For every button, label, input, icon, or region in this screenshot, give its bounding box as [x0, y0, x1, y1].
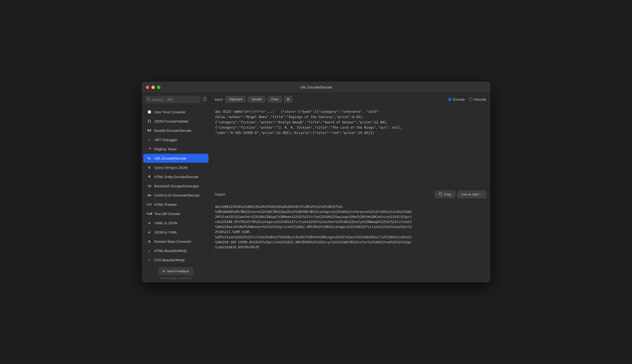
- sidebar-label-backslash: Backslash Escape/Unescape: [154, 184, 199, 188]
- sidebar-icon-html-preview: </>: [147, 202, 152, 207]
- main-panel: Input: Clipboard Sample Clear ⚙ Encode: [210, 93, 490, 282]
- main-content: 🕐Unix Time Converter{}JSON Format/Valida…: [142, 93, 490, 282]
- sidebar-footer: ✉ Send Feedback DevUtils.app 1.9.0 (67D): [142, 265, 210, 282]
- close-button[interactable]: [146, 86, 149, 89]
- clipboard-button[interactable]: Clipboard: [225, 96, 246, 102]
- email-icon: ✉: [162, 269, 165, 273]
- sidebar-icon-unix-time: 🕐: [147, 110, 152, 114]
- clear-button[interactable]: Clear: [268, 96, 282, 102]
- sidebar-item-yaml-json[interactable]: ⇄YAML to JSON: [143, 218, 208, 227]
- decode-option[interactable]: Decode: [469, 97, 486, 101]
- sidebar-icon-url-encode: %/: [147, 156, 152, 161]
- svg-line-1: [149, 100, 150, 101]
- search-wrapper: [145, 96, 201, 103]
- sidebar-icon-html-entity: #: [147, 174, 152, 179]
- sidebar-item-json-format[interactable]: {}JSON Format/Validate: [143, 117, 208, 126]
- sidebar-label-unix-time: Unix Time Converter: [154, 110, 185, 114]
- sidebar-label-url-encode: URL Encode/Decode: [154, 156, 187, 160]
- sidebar-icon-base64: 64: [147, 128, 152, 133]
- encode-radio[interactable]: [448, 97, 452, 101]
- output-section: Output: Copy Use as: [210, 188, 490, 283]
- sidebar-label-jwt: JWT Debugger: [154, 138, 177, 142]
- decode-radio[interactable]: [469, 97, 473, 101]
- sidebar-label-yaml-json: YAML to JSON: [154, 221, 177, 225]
- output-actions: Copy Use as input ↑: [435, 191, 486, 198]
- settings-button[interactable]: ⚙: [284, 96, 292, 103]
- sidebar-label-json-yaml: JSON to YAML: [154, 230, 177, 234]
- copy-label: Copy: [444, 193, 451, 196]
- svg-rect-6: [440, 193, 442, 195]
- sidebar-label-text-diff: Text Diff Checker: [154, 212, 180, 216]
- sidebar-label-base64: Base64 Encode/Decode: [154, 129, 191, 133]
- use-as-input-label: Use as input: [461, 193, 479, 196]
- sidebar-item-regexp[interactable]: .*RegExp Tester: [143, 144, 208, 153]
- sidebar-item-backslash[interactable]: \nBackslash Escape/Unescape: [143, 181, 208, 190]
- sidebar-label-regexp: RegExp Tester: [154, 147, 177, 151]
- sidebar-item-json-yaml[interactable]: ⇄JSON to YAML: [143, 228, 208, 237]
- sidebar-icon-jwt: ✳: [147, 137, 152, 142]
- version-text: DevUtils.app 1.9.0 (67D): [160, 277, 192, 280]
- sidebar-icon-json-format: {}: [147, 119, 152, 124]
- copy-button[interactable]: Copy: [435, 191, 455, 198]
- sidebar-label-html-beautify: HTML Beautify/Minify: [154, 249, 187, 253]
- sidebar-icon-number-base: ⊞: [147, 239, 152, 244]
- filter-icon[interactable]: [203, 97, 207, 102]
- feedback-button[interactable]: ✉ Send Feedback: [159, 268, 193, 275]
- sample-button[interactable]: Sample: [248, 96, 266, 102]
- sidebar-icon-regexp: .*: [147, 147, 152, 151]
- search-input[interactable]: [152, 98, 198, 102]
- sidebar: 🕐Unix Time Converter{}JSON Format/Valida…: [142, 93, 210, 282]
- copy-icon: [439, 192, 442, 197]
- maximize-button[interactable]: [157, 86, 160, 89]
- sidebar-item-html-preview[interactable]: </>HTML Preview: [143, 200, 208, 209]
- encode-decode-group: Encode Decode: [448, 97, 486, 101]
- sidebar-item-html-beautify[interactable]: ✏HTML Beautify/Minify: [143, 246, 208, 255]
- output-toolbar: Output: Copy Use as: [210, 188, 490, 201]
- sidebar-item-text-diff[interactable]: +cdText Diff Checker: [143, 209, 208, 218]
- output-text-area: abc%200123%20%21%40%23%24%25%5E%26%2A%28…: [210, 201, 490, 283]
- feedback-label: Send Feedback: [167, 269, 189, 273]
- input-label: Input:: [215, 97, 223, 101]
- sidebar-label-css-beautify: CSS Beautify/Minify: [154, 258, 185, 262]
- search-icon: [147, 97, 150, 102]
- app-window: URL Encode/Decode: [142, 82, 490, 282]
- sidebar-item-unix-time[interactable]: 🕐Unix Time Converter: [143, 108, 208, 116]
- sidebar-icon-json-yaml: ⇄: [147, 230, 152, 235]
- sidebar-item-query-string[interactable]: &Query String to JSON: [143, 163, 208, 172]
- input-text-area[interactable]: abc 0123 !@#$%^&*()|+?"<>',.;:` {"store"…: [210, 105, 490, 188]
- sidebar-label-query-string: Query String to JSON: [154, 166, 188, 170]
- sidebar-item-jwt[interactable]: ✳JWT Debugger: [143, 135, 208, 144]
- use-as-input-button[interactable]: Use as input ↑: [457, 191, 486, 198]
- sidebar-label-json-format: JSON Format/Validate: [154, 119, 188, 123]
- encode-option[interactable]: Encode: [448, 97, 465, 101]
- encode-label: Encode: [453, 97, 465, 101]
- sidebar-icon-backslash: \n: [147, 184, 152, 188]
- sidebar-label-html-entity: HTML Entity Encode/Decode: [154, 175, 198, 179]
- sidebar-icon-query-string: &: [147, 165, 152, 170]
- search-bar: [142, 93, 210, 106]
- input-section: Input: Clipboard Sample Clear ⚙ Encode: [210, 93, 490, 188]
- sidebar-item-html-entity[interactable]: #HTML Entity Encode/Decode: [143, 172, 208, 181]
- sidebar-item-uuid[interactable]: uuUUID/ULID Generate/Decode: [143, 191, 208, 200]
- decode-label: Decode: [474, 97, 486, 101]
- sidebar-icon-css-beautify: ✏: [147, 258, 152, 262]
- input-toolbar: Input: Clipboard Sample Clear ⚙ Encode: [210, 93, 490, 105]
- sidebar-icon-html-beautify: ✏: [147, 248, 152, 253]
- sidebar-label-html-preview: HTML Preview: [154, 203, 177, 207]
- sidebar-item-url-encode[interactable]: %/URL Encode/Decode: [143, 154, 208, 163]
- gear-icon: ⚙: [286, 97, 290, 101]
- output-label: Output:: [215, 192, 226, 196]
- sidebar-item-number-base[interactable]: ⊞Number Base Converter: [143, 237, 208, 246]
- sidebar-label-uuid: UUID/ULID Generate/Decode: [154, 193, 199, 197]
- sidebar-list: 🕐Unix Time Converter{}JSON Format/Valida…: [142, 106, 210, 265]
- sidebar-icon-yaml-json: ⇄: [147, 221, 152, 225]
- sidebar-icon-text-diff: +cd: [147, 211, 152, 216]
- traffic-lights: [146, 86, 160, 89]
- sidebar-label-number-base: Number Base Converter: [154, 240, 191, 244]
- sidebar-item-base64[interactable]: 64Base64 Encode/Decode: [143, 126, 208, 135]
- window-title: URL Encode/Decode: [300, 85, 332, 89]
- sidebar-item-css-beautify[interactable]: ✏CSS Beautify/Minify: [143, 255, 208, 264]
- title-bar: URL Encode/Decode: [142, 82, 490, 93]
- minimize-button[interactable]: [151, 86, 155, 89]
- arrow-up-icon: ↑: [481, 193, 482, 196]
